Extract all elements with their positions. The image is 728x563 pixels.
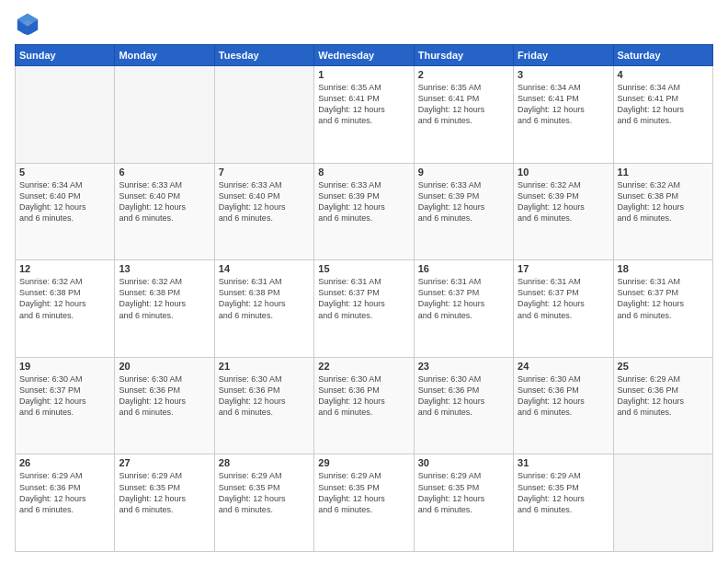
day-info: Sunrise: 6:35 AM Sunset: 6:41 PM Dayligh… xyxy=(418,82,509,127)
day-number: 26 xyxy=(19,457,110,468)
day-number: 22 xyxy=(318,361,409,372)
day-info: Sunrise: 6:34 AM Sunset: 6:41 PM Dayligh… xyxy=(518,82,609,127)
calendar-cell: 24Sunrise: 6:30 AM Sunset: 6:36 PM Dayli… xyxy=(514,357,613,454)
day-number: 4 xyxy=(618,69,709,80)
calendar-cell: 14Sunrise: 6:31 AM Sunset: 6:38 PM Dayli… xyxy=(214,260,313,358)
day-info: Sunrise: 6:31 AM Sunset: 6:37 PM Dayligh… xyxy=(618,276,709,321)
calendar-cell: 16Sunrise: 6:31 AM Sunset: 6:37 PM Dayli… xyxy=(414,260,513,358)
day-info: Sunrise: 6:30 AM Sunset: 6:36 PM Dayligh… xyxy=(518,373,609,419)
day-info: Sunrise: 6:29 AM Sunset: 6:35 PM Dayligh… xyxy=(518,470,609,515)
weekday-header-sunday: Sunday xyxy=(16,45,115,66)
day-number: 2 xyxy=(418,69,509,80)
calendar-cell: 8Sunrise: 6:33 AM Sunset: 6:39 PM Daylig… xyxy=(314,163,414,260)
calendar-cell xyxy=(214,66,313,164)
calendar-cell: 26Sunrise: 6:29 AM Sunset: 6:36 PM Dayli… xyxy=(16,454,115,552)
day-number: 11 xyxy=(618,167,709,178)
day-number: 16 xyxy=(418,263,509,274)
calendar-table: SundayMondayTuesdayWednesdayThursdayFrid… xyxy=(15,44,713,552)
weekday-header-saturday: Saturday xyxy=(613,45,712,66)
weekday-header-row: SundayMondayTuesdayWednesdayThursdayFrid… xyxy=(16,45,713,66)
day-info: Sunrise: 6:34 AM Sunset: 6:40 PM Dayligh… xyxy=(19,179,110,224)
week-row-5: 26Sunrise: 6:29 AM Sunset: 6:36 PM Dayli… xyxy=(16,454,713,552)
day-number: 18 xyxy=(618,263,709,274)
weekday-header-friday: Friday xyxy=(514,45,613,66)
calendar-cell: 22Sunrise: 6:30 AM Sunset: 6:36 PM Dayli… xyxy=(314,357,414,454)
calendar-cell: 30Sunrise: 6:29 AM Sunset: 6:35 PM Dayli… xyxy=(414,454,513,552)
day-info: Sunrise: 6:32 AM Sunset: 6:39 PM Dayligh… xyxy=(518,179,609,224)
day-number: 6 xyxy=(119,167,210,178)
day-number: 27 xyxy=(119,457,210,468)
calendar-cell: 25Sunrise: 6:29 AM Sunset: 6:36 PM Dayli… xyxy=(613,357,712,454)
day-number: 31 xyxy=(518,457,609,468)
day-number: 23 xyxy=(418,361,509,372)
week-row-2: 5Sunrise: 6:34 AM Sunset: 6:40 PM Daylig… xyxy=(16,163,713,260)
day-number: 1 xyxy=(318,69,409,80)
day-info: Sunrise: 6:33 AM Sunset: 6:39 PM Dayligh… xyxy=(418,179,509,224)
week-row-4: 19Sunrise: 6:30 AM Sunset: 6:37 PM Dayli… xyxy=(16,357,713,454)
day-number: 29 xyxy=(318,457,409,468)
calendar-cell: 9Sunrise: 6:33 AM Sunset: 6:39 PM Daylig… xyxy=(414,163,513,260)
calendar-cell: 15Sunrise: 6:31 AM Sunset: 6:37 PM Dayli… xyxy=(314,260,414,358)
day-info: Sunrise: 6:31 AM Sunset: 6:37 PM Dayligh… xyxy=(318,276,409,321)
day-info: Sunrise: 6:33 AM Sunset: 6:40 PM Dayligh… xyxy=(219,179,310,224)
day-number: 20 xyxy=(119,361,210,372)
calendar-cell xyxy=(16,66,115,164)
day-number: 17 xyxy=(518,263,609,274)
day-info: Sunrise: 6:30 AM Sunset: 6:37 PM Dayligh… xyxy=(19,373,110,419)
day-info: Sunrise: 6:35 AM Sunset: 6:41 PM Dayligh… xyxy=(318,82,409,127)
calendar-cell: 27Sunrise: 6:29 AM Sunset: 6:35 PM Dayli… xyxy=(115,454,214,552)
day-info: Sunrise: 6:31 AM Sunset: 6:37 PM Dayligh… xyxy=(518,276,609,321)
calendar-cell: 29Sunrise: 6:29 AM Sunset: 6:35 PM Dayli… xyxy=(314,454,414,552)
calendar-cell: 11Sunrise: 6:32 AM Sunset: 6:38 PM Dayli… xyxy=(613,163,712,260)
day-info: Sunrise: 6:29 AM Sunset: 6:35 PM Dayligh… xyxy=(318,470,409,515)
day-info: Sunrise: 6:32 AM Sunset: 6:38 PM Dayligh… xyxy=(618,179,709,224)
day-number: 25 xyxy=(618,361,709,372)
day-number: 19 xyxy=(19,361,110,372)
calendar-cell: 20Sunrise: 6:30 AM Sunset: 6:36 PM Dayli… xyxy=(115,357,214,454)
day-number: 13 xyxy=(119,263,210,274)
calendar-cell xyxy=(613,454,712,552)
day-info: Sunrise: 6:32 AM Sunset: 6:38 PM Dayligh… xyxy=(19,276,110,321)
day-info: Sunrise: 6:31 AM Sunset: 6:37 PM Dayligh… xyxy=(418,276,509,321)
day-info: Sunrise: 6:33 AM Sunset: 6:39 PM Dayligh… xyxy=(318,179,409,224)
day-info: Sunrise: 6:32 AM Sunset: 6:38 PM Dayligh… xyxy=(119,276,210,321)
day-number: 12 xyxy=(19,263,110,274)
day-number: 30 xyxy=(418,457,509,468)
calendar-cell: 21Sunrise: 6:30 AM Sunset: 6:36 PM Dayli… xyxy=(214,357,313,454)
calendar-cell: 17Sunrise: 6:31 AM Sunset: 6:37 PM Dayli… xyxy=(514,260,613,358)
calendar-cell: 28Sunrise: 6:29 AM Sunset: 6:35 PM Dayli… xyxy=(214,454,313,552)
calendar-cell: 18Sunrise: 6:31 AM Sunset: 6:37 PM Dayli… xyxy=(613,260,712,358)
day-number: 14 xyxy=(219,263,310,274)
week-row-3: 12Sunrise: 6:32 AM Sunset: 6:38 PM Dayli… xyxy=(16,260,713,358)
day-number: 15 xyxy=(318,263,409,274)
logo xyxy=(15,11,42,37)
calendar-cell: 31Sunrise: 6:29 AM Sunset: 6:35 PM Dayli… xyxy=(514,454,613,552)
calendar-cell: 10Sunrise: 6:32 AM Sunset: 6:39 PM Dayli… xyxy=(514,163,613,260)
day-number: 9 xyxy=(418,167,509,178)
calendar-cell: 4Sunrise: 6:34 AM Sunset: 6:41 PM Daylig… xyxy=(613,66,712,164)
day-number: 24 xyxy=(518,361,609,372)
day-number: 10 xyxy=(518,167,609,178)
calendar-cell xyxy=(115,66,214,164)
calendar-cell: 5Sunrise: 6:34 AM Sunset: 6:40 PM Daylig… xyxy=(16,163,115,260)
weekday-header-wednesday: Wednesday xyxy=(314,45,414,66)
weekday-header-thursday: Thursday xyxy=(414,45,513,66)
day-info: Sunrise: 6:29 AM Sunset: 6:35 PM Dayligh… xyxy=(119,470,210,515)
day-info: Sunrise: 6:29 AM Sunset: 6:36 PM Dayligh… xyxy=(618,373,709,419)
day-info: Sunrise: 6:30 AM Sunset: 6:36 PM Dayligh… xyxy=(318,373,409,419)
calendar-cell: 3Sunrise: 6:34 AM Sunset: 6:41 PM Daylig… xyxy=(514,66,613,164)
calendar-cell: 13Sunrise: 6:32 AM Sunset: 6:38 PM Dayli… xyxy=(115,260,214,358)
day-info: Sunrise: 6:30 AM Sunset: 6:36 PM Dayligh… xyxy=(219,373,310,419)
week-row-1: 1Sunrise: 6:35 AM Sunset: 6:41 PM Daylig… xyxy=(16,66,713,164)
calendar-cell: 1Sunrise: 6:35 AM Sunset: 6:41 PM Daylig… xyxy=(314,66,414,164)
day-info: Sunrise: 6:29 AM Sunset: 6:35 PM Dayligh… xyxy=(418,470,509,515)
calendar-cell: 6Sunrise: 6:33 AM Sunset: 6:40 PM Daylig… xyxy=(115,163,214,260)
day-number: 28 xyxy=(219,457,310,468)
day-number: 3 xyxy=(518,69,609,80)
day-number: 7 xyxy=(219,167,310,178)
day-info: Sunrise: 6:33 AM Sunset: 6:40 PM Dayligh… xyxy=(119,179,210,224)
calendar-cell: 19Sunrise: 6:30 AM Sunset: 6:37 PM Dayli… xyxy=(16,357,115,454)
page: SundayMondayTuesdayWednesdayThursdayFrid… xyxy=(0,0,728,563)
day-number: 21 xyxy=(219,361,310,372)
logo-icon xyxy=(15,11,40,37)
